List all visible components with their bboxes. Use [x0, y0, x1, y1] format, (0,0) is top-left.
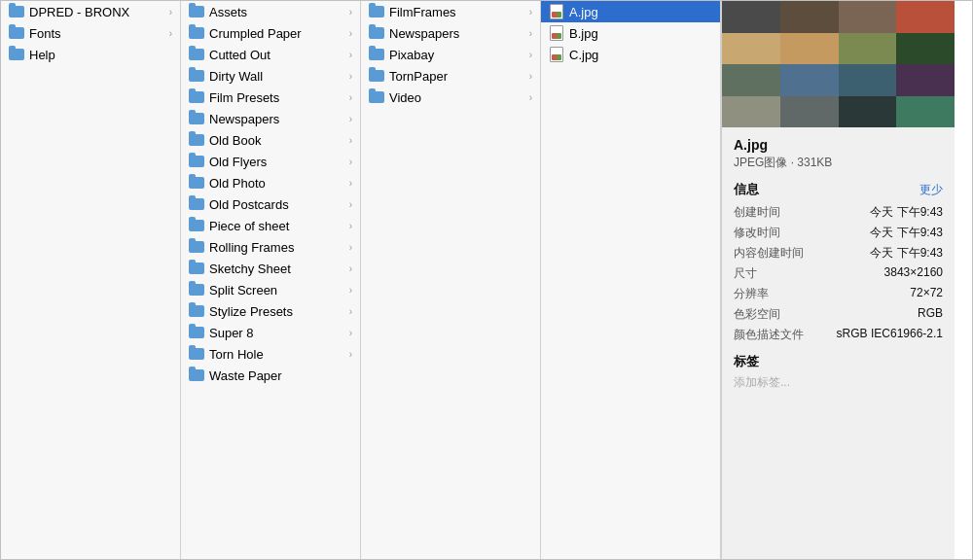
item-label-ajpg: A.jpg [569, 5, 712, 19]
item-label-tornpaper: TornPaper [389, 69, 525, 84]
list-item-stylize[interactable]: Stylize Presets› [181, 300, 360, 322]
info-row: 创建时间今天 下午9:43 [734, 204, 943, 221]
tags-section: 标签 添加标签... [734, 353, 943, 391]
chevron-right-icon: › [349, 157, 352, 167]
color-cell [780, 1, 839, 33]
item-label-pixabay: Pixabay [389, 48, 525, 62]
chevron-right-icon: › [529, 28, 532, 39]
chevron-right-icon: › [529, 50, 532, 60]
list-item-cjpg[interactable]: C.jpg [541, 44, 720, 65]
list-item-super8[interactable]: Super 8› [181, 322, 360, 343]
chevron-right-icon: › [169, 28, 172, 39]
preview-info: A.jpg JPEG图像 · 331KB 信息 更少 创建时间今天 下午9:43… [722, 127, 955, 401]
item-label-crumpled: Crumpled Paper [209, 26, 345, 41]
list-item-crumpled[interactable]: Crumpled Paper› [181, 22, 360, 44]
chevron-right-icon: › [529, 7, 532, 18]
chevron-right-icon: › [349, 178, 352, 189]
list-item-waste[interactable]: Waste Paper [181, 365, 360, 386]
list-item-split[interactable]: Split Screen› [181, 279, 360, 300]
column-2: Assets›Crumpled Paper›Cutted Out›Dirty W… [181, 1, 361, 559]
item-label-bjpg: B.jpg [569, 26, 712, 41]
chevron-right-icon: › [349, 221, 352, 231]
list-item-tornpaper[interactable]: TornPaper› [361, 65, 540, 87]
chevron-right-icon: › [349, 263, 352, 274]
chevron-right-icon: › [349, 285, 352, 296]
color-cell [896, 33, 955, 65]
list-item-help[interactable]: Help [1, 44, 180, 65]
info-key: 创建时间 [734, 204, 780, 221]
item-label-sketchy: Sketchy Sheet [209, 262, 345, 276]
info-value: 3843×2160 [884, 265, 943, 282]
item-label-tornhole: Torn Hole [209, 347, 345, 362]
chevron-right-icon: › [349, 328, 352, 338]
item-label-piece: Piece of sheet [209, 219, 345, 233]
item-label-super8: Super 8 [209, 326, 345, 340]
folder-icon [189, 111, 204, 126]
folder-icon [9, 47, 24, 62]
list-item-pixabay[interactable]: Pixabay› [361, 44, 540, 65]
folder-icon [189, 89, 204, 105]
folder-icon [369, 89, 384, 105]
list-item-newspapers2[interactable]: Newspapers› [361, 22, 540, 44]
color-cell [839, 33, 897, 65]
color-cell [896, 96, 955, 128]
list-item-filmframes[interactable]: FilmFrames› [361, 1, 540, 22]
tags-title: 标签 [734, 353, 943, 370]
color-cell [839, 1, 897, 33]
color-cell [722, 64, 780, 96]
list-item-piece[interactable]: Piece of sheet› [181, 215, 360, 236]
list-item-film[interactable]: Film Presets› [181, 87, 360, 108]
info-section-title: 信息 [734, 181, 759, 198]
file-icon [549, 25, 564, 41]
folder-icon [189, 325, 204, 340]
color-cell [722, 33, 780, 65]
list-item-rolling[interactable]: Rolling Frames› [181, 236, 360, 258]
list-item-newspapers[interactable]: Newspapers› [181, 108, 360, 129]
item-label-rolling: Rolling Frames [209, 240, 345, 255]
info-value: 72×72 [910, 286, 943, 302]
list-item-bjpg[interactable]: B.jpg [541, 22, 720, 44]
list-item-oldflyers[interactable]: Old Flyers› [181, 151, 360, 172]
tags-placeholder[interactable]: 添加标签... [734, 374, 943, 391]
item-label-filmframes: FilmFrames [389, 5, 525, 19]
info-row: 修改时间今天 下午9:43 [734, 225, 943, 241]
list-item-assets[interactable]: Assets› [181, 1, 360, 22]
list-item-cutted[interactable]: Cutted Out› [181, 44, 360, 65]
preview-filetype: JPEG图像 · 331KB [734, 155, 943, 171]
item-label-help: Help [29, 48, 172, 62]
chevron-right-icon: › [349, 71, 352, 82]
list-item-sketchy[interactable]: Sketchy Sheet› [181, 258, 360, 279]
list-item-dirty[interactable]: Dirty Wall› [181, 65, 360, 87]
info-key: 尺寸 [734, 265, 757, 282]
chevron-right-icon: › [349, 7, 352, 18]
chevron-right-icon: › [349, 50, 352, 60]
list-item-ajpg[interactable]: A.jpg [541, 1, 720, 22]
list-item-oldphoto[interactable]: Old Photo› [181, 172, 360, 193]
color-cell [896, 1, 955, 33]
folder-icon [9, 4, 24, 19]
list-item-oldbook[interactable]: Old Book› [181, 129, 360, 151]
chevron-right-icon: › [349, 135, 352, 146]
item-label-oldbook: Old Book [209, 133, 345, 148]
color-cell [896, 64, 955, 96]
folder-icon [189, 239, 204, 255]
info-toggle-button[interactable]: 更少 [919, 182, 943, 198]
folder-icon [189, 25, 204, 41]
folder-icon [189, 175, 204, 191]
folder-icon [189, 218, 204, 233]
item-label-dirty: Dirty Wall [209, 69, 345, 84]
item-label-assets: Assets [209, 5, 345, 19]
list-item-tornhole[interactable]: Torn Hole› [181, 343, 360, 365]
info-row: 分辨率72×72 [734, 286, 943, 302]
info-row: 色彩空间RGB [734, 306, 943, 323]
list-item-oldpostcards[interactable]: Old Postcards› [181, 193, 360, 215]
list-item-video[interactable]: Video› [361, 87, 540, 108]
item-label-newspapers: Newspapers [209, 112, 345, 126]
file-icon [549, 47, 564, 62]
list-item-dpred[interactable]: DPRED - BRONX› [1, 1, 180, 22]
folder-icon [189, 132, 204, 148]
list-item-fonts[interactable]: Fonts› [1, 22, 180, 44]
item-label-film: Film Presets [209, 90, 345, 105]
folder-icon [189, 303, 204, 319]
finder-window: DPRED - BRONX›Fonts›Help Assets›Crumpled… [0, 0, 973, 560]
